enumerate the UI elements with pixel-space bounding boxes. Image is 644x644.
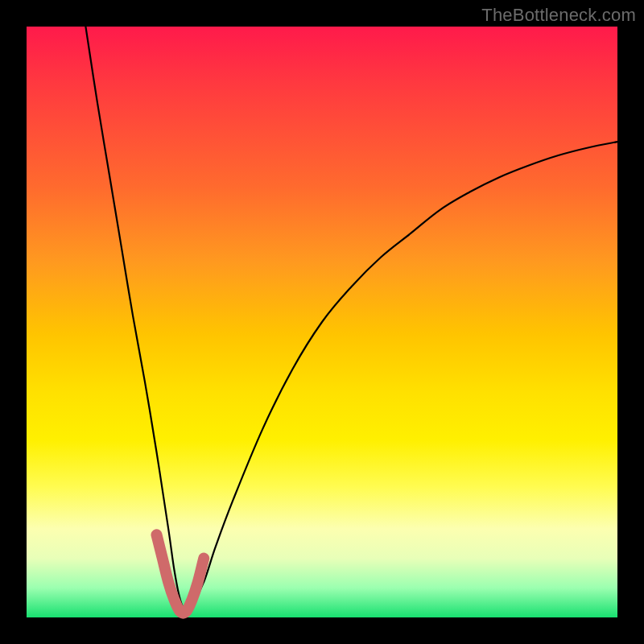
highlight-region-path — [156, 535, 204, 613]
chart-frame: TheBottleneck.com — [0, 0, 644, 644]
curve-svg — [27, 27, 617, 617]
watermark-text: TheBottleneck.com — [481, 5, 636, 26]
bottleneck-curve-path — [85, 27, 617, 612]
plot-area — [27, 27, 617, 617]
